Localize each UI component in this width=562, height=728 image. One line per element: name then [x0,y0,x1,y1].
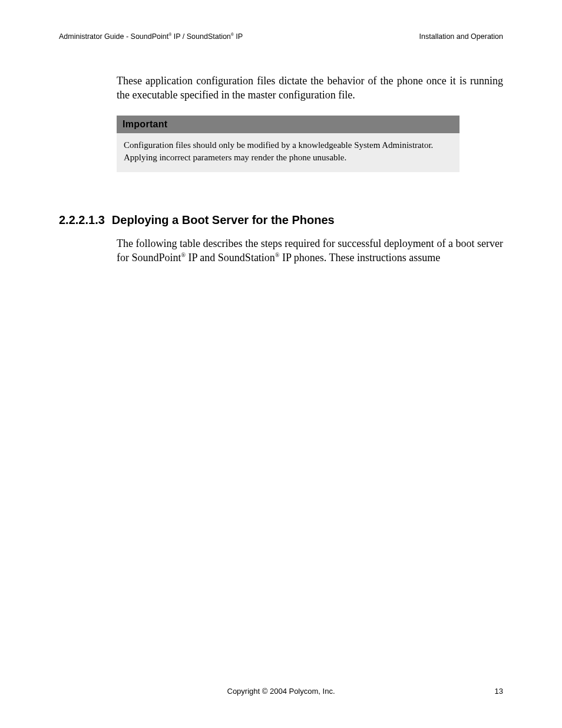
header-left-b: IP / SoundStation [171,32,231,41]
section-p-c: IP phones. These instructions assume [279,252,440,263]
copyright-text: Copyright © 2004 Polycom, Inc. [227,687,335,696]
section-heading: 2.2.2.1.3Deploying a Boot Server for the… [59,213,503,227]
important-callout: Important Configuration files should onl… [117,116,459,172]
header-left: Administrator Guide - SoundPoint® IP / S… [59,32,243,41]
header-left-a: Administrator Guide - SoundPoint [59,32,168,41]
page-number: 13 [495,687,503,696]
section-p-b: IP and SoundStation [186,252,275,263]
page-header: Administrator Guide - SoundPoint® IP / S… [59,32,503,41]
section-body: The following table describes the steps … [117,236,503,265]
body-paragraph-1: These application configuration files di… [117,74,503,103]
section-paragraph: The following table describes the steps … [117,236,503,265]
document-page: Administrator Guide - SoundPoint® IP / S… [0,0,562,728]
header-right: Installation and Operation [419,32,503,41]
header-left-c: IP [234,32,243,41]
registered-mark: ® [181,252,186,258]
body-block: These application configuration files di… [117,74,503,172]
callout-title: Important [117,116,459,133]
page-footer: Copyright © 2004 Polycom, Inc. 13 [59,687,503,696]
section-title: Deploying a Boot Server for the Phones [112,213,335,226]
callout-text: Configuration files should only be modif… [117,133,459,172]
section-number: 2.2.2.1.3 [59,213,105,226]
